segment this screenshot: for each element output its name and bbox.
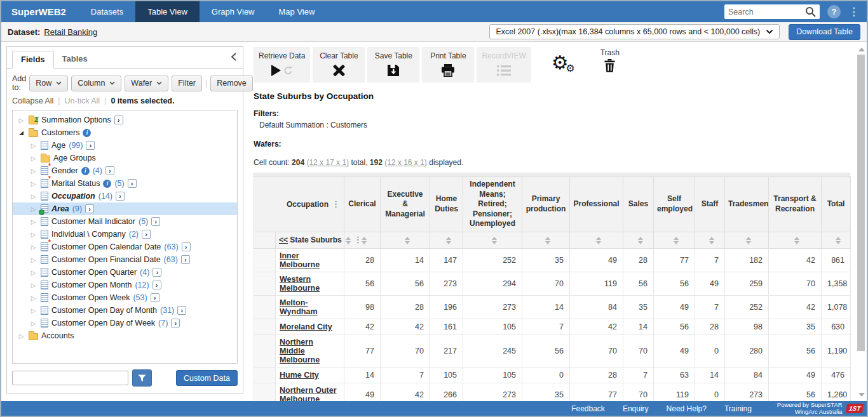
sidebar-collapse-icon[interactable]	[231, 53, 236, 63]
overflow-menu-icon[interactable]: ⋮	[848, 6, 859, 17]
sort-icon[interactable]	[545, 237, 550, 244]
sort-icon[interactable]	[638, 237, 643, 244]
enquiry-link[interactable]: Enquiry	[623, 404, 649, 413]
clear-table-button[interactable]: Clear Table	[313, 47, 365, 83]
expander-collapsed-icon[interactable]: ▷	[29, 269, 37, 276]
export-format-select[interactable]: Excel 2007 (.xlsx)(max 16,384 columns x …	[489, 24, 780, 39]
tree-item-gender[interactable]: ▷*Genderi(4)›	[13, 164, 237, 177]
sort-cell-staff[interactable]	[695, 232, 725, 248]
search-input[interactable]	[728, 8, 805, 17]
tab-tables[interactable]: Tables	[54, 51, 96, 68]
tree-item-customers[interactable]: ◢Customersi	[13, 126, 237, 139]
tree-item-summation-options[interactable]: ▷ΣSummation Options›	[13, 114, 237, 126]
sort-cell-professional[interactable]	[570, 232, 623, 248]
sort-cell-self-employed[interactable]	[654, 232, 695, 248]
tab-fields[interactable]: Fields	[12, 51, 54, 69]
column-header-executive-managerial[interactable]: Executive & Managerial	[381, 177, 430, 232]
search-box[interactable]	[724, 4, 820, 19]
nav-tab-map-view[interactable]: Map View	[267, 1, 327, 22]
column-header-self-employed[interactable]: Self employed	[654, 177, 695, 232]
tree-item-individual-company[interactable]: ▷Individual \ Company(2)›	[13, 228, 237, 241]
sort-cell-total[interactable]	[822, 232, 851, 248]
nav-tab-graph-view[interactable]: Graph View	[200, 1, 267, 22]
trash-button[interactable]: Trash	[600, 47, 620, 72]
nav-tab-table-view[interactable]: Table View	[135, 1, 200, 22]
add-to-column-button[interactable]: Column	[71, 76, 121, 91]
sort-icon[interactable]	[709, 237, 714, 244]
quick-add-icon[interactable]: ›	[151, 293, 159, 302]
save-table-button[interactable]: Save Table	[367, 47, 419, 83]
training-link[interactable]: Training	[724, 404, 752, 413]
quick-add-icon[interactable]: ›	[86, 141, 95, 150]
custom-data-button[interactable]: Custom Data	[176, 370, 238, 386]
expander-collapsed-icon[interactable]: ▷	[29, 218, 37, 225]
scroll-up-icon[interactable]	[858, 48, 865, 51]
need-help-link[interactable]: Need Help?	[667, 404, 707, 413]
vertical-scrollbar[interactable]	[857, 46, 866, 399]
tree-item-age[interactable]: ▷Age(99)›	[13, 139, 237, 152]
dataset-name-link[interactable]: Retail Banking	[44, 27, 97, 37]
expander-collapsed-icon[interactable]: ▷	[29, 295, 37, 301]
info-icon[interactable]: i	[83, 129, 91, 137]
add-to-wafer-button[interactable]: Wafer	[125, 76, 168, 91]
sort-icon[interactable]	[746, 237, 751, 244]
filter-button[interactable]: Filter	[172, 76, 202, 91]
sort-cell-sales[interactable]	[623, 232, 654, 248]
expander-collapsed-icon[interactable]: ▷	[17, 333, 25, 340]
expander-collapsed-icon[interactable]: ▷	[17, 117, 25, 124]
sort-icon[interactable]	[405, 237, 410, 244]
sort-icon[interactable]	[674, 237, 679, 244]
sort-icon[interactable]	[492, 237, 497, 244]
quick-add-icon[interactable]: ›	[105, 166, 114, 175]
expander-collapsed-icon[interactable]: ▷	[29, 180, 37, 187]
quick-add-icon[interactable]: ›	[85, 204, 94, 213]
quick-add-icon[interactable]: ›	[177, 306, 186, 315]
quick-add-icon[interactable]: ›	[153, 281, 161, 289]
add-to-row-button[interactable]: Row	[29, 76, 68, 91]
cell-count-total-dims-link[interactable]: (12 x 17 x 1)	[306, 158, 349, 167]
tree-item-customer-open-week[interactable]: ▷Customer Open Week(53)›	[13, 291, 237, 304]
scroll-down-icon[interactable]	[858, 393, 865, 397]
column-header-staff[interactable]: Staff	[695, 177, 725, 232]
tree-item-customer-open-quarter[interactable]: ▷Customer Open Quarter(4)›	[13, 266, 237, 279]
row-label-link[interactable]: Western Melbourne	[280, 275, 320, 293]
sort-icon[interactable]	[362, 237, 367, 244]
expander-collapsed-icon[interactable]: ▷	[29, 320, 37, 327]
tree-item-area[interactable]: ▷Area(9)›	[13, 202, 237, 215]
quick-add-icon[interactable]: ›	[171, 319, 180, 328]
quick-add-icon[interactable]: ›	[114, 116, 123, 124]
column-header-independent-means-retired-pensioner-unemployed[interactable]: Independent Means; Retired; Pensioner; U…	[463, 177, 522, 232]
expander-collapsed-icon[interactable]: ▷	[29, 193, 37, 200]
expander-open-icon[interactable]: ◢	[17, 129, 25, 136]
sort-cell-independent-means-retired-pensioner-unemployed[interactable]	[463, 232, 522, 248]
nav-tab-datasets[interactable]: Datasets	[79, 1, 135, 22]
quick-add-icon[interactable]: ›	[182, 242, 191, 251]
search-icon[interactable]	[805, 6, 816, 17]
expander-collapsed-icon[interactable]: ▷	[29, 256, 37, 263]
column-header-transport-recreation[interactable]: Transport & Recreation	[769, 177, 822, 232]
sort-icon[interactable]	[836, 237, 841, 244]
tree-item-age-groups[interactable]: ▷Age Groups	[13, 152, 237, 164]
tree-item-marital-status[interactable]: ▷*Marital Statusi(5)›	[13, 177, 237, 190]
sort-icon[interactable]	[446, 237, 451, 244]
print-table-button[interactable]: Print Table	[422, 47, 474, 83]
column-menu-icon[interactable]: ⋮	[332, 199, 340, 209]
column-header-tradesmen[interactable]: Tradesmen	[725, 177, 769, 232]
tree-item-customer-open-day-of-month[interactable]: ▷Customer Open Day of Month(31)›	[13, 304, 237, 317]
row-label-link[interactable]: Northern Middle Melbourne	[280, 338, 320, 364]
quick-add-icon[interactable]: ›	[151, 217, 160, 226]
quick-add-icon[interactable]: ›	[153, 268, 161, 277]
column-header-total[interactable]: Total	[822, 177, 851, 232]
expander-collapsed-icon[interactable]: ▷	[29, 244, 37, 251]
tree-item-customer-mail-indicator[interactable]: ▷Customer Mail Indicator(5)›	[13, 215, 237, 228]
quick-add-icon[interactable]: ›	[181, 255, 190, 264]
quick-add-icon[interactable]: ›	[142, 230, 151, 239]
column-header-professional[interactable]: Professional	[570, 177, 623, 232]
row-label-link[interactable]: Moreland City	[280, 322, 332, 331]
expander-collapsed-icon[interactable]: ▷	[29, 282, 37, 289]
column-header-clerical[interactable]: Clerical	[344, 177, 381, 232]
info-icon[interactable]: i	[103, 180, 111, 188]
row-dimension-header[interactable]: << State Suburbs⋮	[276, 232, 344, 248]
table-options-button[interactable]: ⚙⚙	[552, 47, 569, 72]
expander-collapsed-icon[interactable]: ▷	[29, 206, 37, 213]
